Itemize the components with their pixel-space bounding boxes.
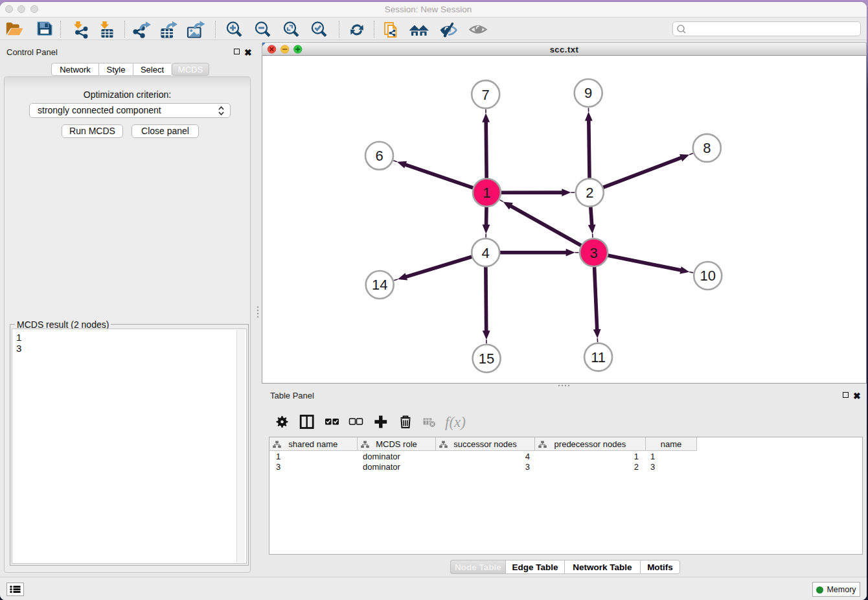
svg-text:11: 11 xyxy=(591,349,606,365)
svg-text:6: 6 xyxy=(375,148,383,164)
svg-text:2: 2 xyxy=(586,185,593,201)
svg-text:14: 14 xyxy=(372,277,387,293)
svg-text:10: 10 xyxy=(700,268,715,284)
svg-text:4: 4 xyxy=(482,245,490,261)
svg-text:8: 8 xyxy=(703,140,711,156)
svg-text:9: 9 xyxy=(584,85,592,101)
svg-text:f(x): f(x) xyxy=(445,414,466,430)
svg-text:3: 3 xyxy=(589,245,597,261)
svg-text:1: 1 xyxy=(483,185,490,201)
svg-text:7: 7 xyxy=(482,87,490,103)
svg-text:15: 15 xyxy=(479,351,494,367)
